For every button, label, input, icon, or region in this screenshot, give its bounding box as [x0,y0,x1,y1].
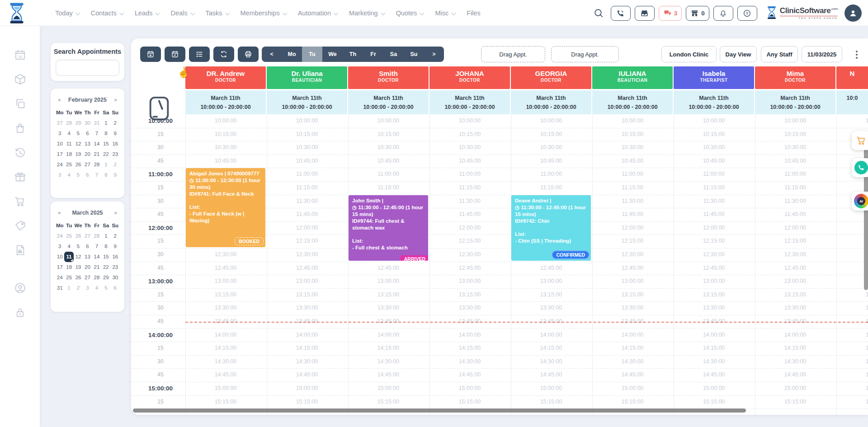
drag-appt-button-2[interactable]: Drag Appt. [551,46,619,62]
app-logo-hourglass-icon[interactable] [7,2,26,24]
calendar-day[interactable]: 3 [55,170,64,180]
calendar-check-button[interactable] [165,47,185,62]
staff-header[interactable]: MimaDOCTOR [755,66,835,89]
calendar-day[interactable]: 5 [74,170,83,180]
calendar-day[interactable]: 28 [92,272,101,283]
sidebar-item-cube[interactable] [14,73,26,85]
time-slot[interactable]: 11:15:00 [511,181,591,195]
time-slot[interactable]: 10:15:00 [755,128,835,141]
time-slot[interactable]: 15:15:00 [185,395,266,409]
time-slot[interactable]: 13:15:00 [267,288,347,302]
time-slot[interactable]: 15:00:00 [592,382,673,395]
time-slot[interactable]: 11:15:00 [429,181,510,195]
calendar-day[interactable]: 13 [83,139,92,149]
calendar-day[interactable]: 23 [111,262,120,272]
calendar-day[interactable]: 22 [101,149,110,160]
time-slot[interactable]: 15:00:00 [348,382,429,395]
calendar-prev-button[interactable]: « [58,97,61,103]
time-slot[interactable]: 10:45:00 [674,155,754,168]
calendar-next-button[interactable]: » [114,210,117,216]
calendar-day[interactable]: 10 [55,252,64,262]
sidebar-item-tag[interactable] [14,220,26,232]
day-tab-tu[interactable]: Tu [302,47,322,62]
sidebar-item-calendar-12[interactable]: 12 [14,49,26,61]
calendar-day[interactable]: 12 [74,139,83,149]
time-slot[interactable]: 10:30:00 [267,141,347,155]
time-slot[interactable]: 13:15:00 [592,288,673,302]
time-slot[interactable]: 10:45:00 [429,155,510,168]
time-slot[interactable]: 10:15:00 [674,128,754,141]
time-slot[interactable]: 13:00:00 [836,275,868,288]
printer-button[interactable] [238,47,259,62]
time-slot[interactable]: 15:15:00 [267,395,347,409]
time-slot[interactable]: 15:00:00 [674,382,754,395]
calendar-day[interactable]: 3 [55,128,64,139]
time-slot[interactable]: 13:00:00 [592,275,673,288]
time-slot[interactable]: 12:15:00 [592,235,673,248]
calendar-day[interactable]: 28 [92,160,101,170]
time-slot[interactable]: 14:30:00 [267,355,347,369]
time-slot[interactable]: 10:45:00 [592,155,673,168]
time-slot[interactable]: 11:00:00 [429,168,510,181]
calendar-day[interactable]: 10 [55,139,64,149]
time-slot[interactable]: 10:00:00 [511,114,591,128]
time-slot[interactable]: 10:15:00 [267,128,347,141]
calendar-day[interactable]: 14 [92,252,101,262]
next-day-button[interactable]: > [424,47,444,62]
time-slot[interactable]: 14:15:00 [836,342,868,355]
nav-item-deals[interactable]: Deals [170,9,193,17]
time-slot[interactable]: 14:15:00 [511,342,591,355]
time-slot[interactable]: 10:30:00 [592,141,673,155]
time-slot[interactable]: 11:45:00 [429,208,510,221]
time-slot[interactable]: 14:15:00 [348,342,429,355]
calendar-day[interactable]: 5 [101,283,110,293]
time-slot[interactable]: 14:30:00 [511,355,591,369]
calendar-day[interactable]: 23 [111,149,120,160]
calendar-day[interactable]: 8 [101,241,110,252]
time-slot[interactable]: 10:00:00 [348,114,429,128]
time-slot[interactable]: 14:00:00 [429,328,510,342]
time-slot[interactable]: 13:15:00 [674,288,754,302]
time-slot[interactable]: 13:00:00 [674,275,754,288]
calendar-day[interactable]: 30 [83,118,92,128]
calendar-day[interactable]: 20 [83,262,92,272]
time-slot[interactable]: 11:15:00 [674,181,754,195]
nav-item-today[interactable]: Today [55,9,79,17]
time-slot[interactable]: 13:00:00 [511,275,591,288]
time-slot[interactable]: 13:00:00 [755,275,835,288]
calendar-day[interactable]: 21 [92,262,101,272]
calendar-day[interactable]: 7 [92,128,101,139]
staff-header[interactable]: IsabelaTHERAPIST [674,66,754,89]
time-slot[interactable]: 10:30:00 [429,141,510,155]
chat-button[interactable]: 3 [659,6,682,21]
calendar-day[interactable]: 4 [64,170,73,180]
inbox-button[interactable] [635,6,655,21]
appointment-card[interactable]: John Smith |◷ 11:30:00 - 12:45:00 (1 hou… [349,195,428,261]
time-slot[interactable]: 13:00:00 [348,275,429,288]
time-slot[interactable]: 14:30:00 [348,355,429,369]
nav-item-memberships[interactable]: Memberships [241,9,286,17]
appointment-card[interactable]: Abigail Jones | 07490009777◷ 11:00:00 - … [186,168,265,247]
time-slot[interactable]: 12:15:00 [836,235,868,248]
time-slot[interactable]: 11:15:00 [755,181,835,195]
sidebar-item-cart[interactable] [14,195,26,207]
time-slot[interactable]: 14:30:00 [755,355,835,369]
calendar-day[interactable]: 7 [92,241,101,252]
time-slot[interactable]: 14:00:00 [511,328,591,342]
nav-item-misc[interactable]: Misc [435,9,455,17]
time-slot[interactable]: 14:15:00 [592,342,673,355]
calendar-day[interactable]: 3 [55,241,64,252]
time-slot[interactable]: 14:45:00 [755,368,835,382]
time-slot[interactable]: 12:30:00 [592,248,673,262]
time-slot[interactable]: 15:15:00 [674,395,754,409]
nav-item-leads[interactable]: Leads [135,9,159,17]
time-slot[interactable]: 12:45:00 [836,262,868,275]
calendar-day[interactable]: 1 [101,118,110,128]
time-slot[interactable]: 10:45:00 [511,155,591,168]
calendar-day[interactable]: 25 [64,231,73,241]
day-tab-th[interactable]: Th [343,47,363,62]
time-slot[interactable]: 10:00:00 [674,114,754,128]
calendar-day[interactable]: 27 [83,160,92,170]
time-slot[interactable]: 13:15:00 [429,288,510,302]
view-select[interactable]: Day View [720,46,757,62]
